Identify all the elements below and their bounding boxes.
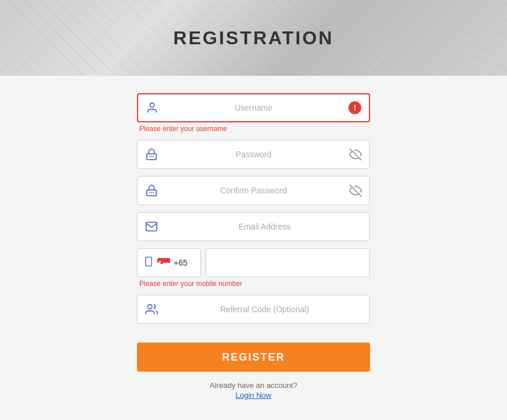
phone-input[interactable] bbox=[206, 248, 370, 277]
phone-country-code: +65 bbox=[174, 258, 188, 267]
confirm-password-input[interactable] bbox=[166, 186, 341, 195]
svg-point-18 bbox=[160, 262, 163, 264]
password-lock-icon bbox=[143, 146, 160, 163]
confirm-password-lock-icon bbox=[143, 182, 160, 199]
singapore-flag-icon bbox=[157, 258, 170, 267]
email-icon bbox=[143, 218, 160, 235]
user-icon bbox=[144, 100, 160, 116]
referral-field-group bbox=[137, 295, 370, 324]
confirm-password-input-wrapper bbox=[137, 176, 370, 205]
confirm-password-field-group bbox=[137, 176, 370, 205]
phone-icon bbox=[143, 256, 154, 269]
svg-rect-13 bbox=[146, 257, 152, 266]
page-title: REGISTRATION bbox=[173, 27, 333, 49]
email-input-wrapper bbox=[137, 212, 370, 241]
svg-point-20 bbox=[148, 305, 152, 309]
registration-form: ! Please enter your username bbox=[125, 93, 382, 420]
username-error-text: Please enter your username bbox=[137, 125, 370, 133]
login-now-link[interactable]: Login Now bbox=[235, 391, 271, 400]
toggle-password-visibility-icon[interactable] bbox=[347, 146, 364, 163]
username-input-wrapper: ! bbox=[137, 93, 370, 122]
password-input-wrapper bbox=[137, 140, 370, 169]
username-field-group: ! Please enter your username bbox=[137, 93, 370, 133]
login-section: Already have an account? Login Now bbox=[137, 381, 370, 400]
phone-field-group: +65 Please enter your mobile number bbox=[137, 248, 370, 288]
header-banner: REGISTRATION bbox=[0, 0, 507, 76]
username-input[interactable] bbox=[166, 103, 341, 112]
svg-text:!: ! bbox=[354, 103, 357, 112]
referral-input[interactable] bbox=[166, 305, 364, 314]
toggle-confirm-password-visibility-icon[interactable] bbox=[347, 182, 364, 199]
svg-point-0 bbox=[150, 103, 154, 107]
password-field-group bbox=[137, 140, 370, 169]
error-icon: ! bbox=[347, 100, 363, 116]
phone-prefix: +65 bbox=[137, 248, 201, 277]
phone-wrapper: +65 bbox=[137, 248, 370, 277]
password-input[interactable] bbox=[166, 150, 341, 159]
referral-input-wrapper bbox=[137, 295, 370, 324]
email-input[interactable] bbox=[166, 222, 364, 231]
email-field-group bbox=[137, 212, 370, 241]
register-button[interactable]: REGISTER bbox=[137, 343, 370, 372]
already-have-account-text: Already have an account? bbox=[137, 381, 370, 390]
phone-error-text: Please enter your mobile number bbox=[137, 280, 370, 288]
referral-icon bbox=[143, 301, 160, 317]
